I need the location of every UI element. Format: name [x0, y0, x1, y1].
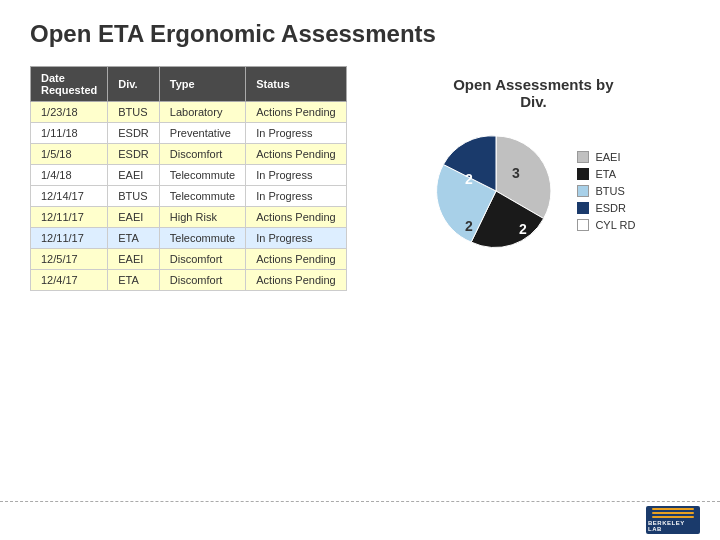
cell-status: Actions Pending [246, 102, 347, 123]
cell-date: 12/4/17 [31, 270, 108, 291]
logo-area: BERKELEY LAB [646, 506, 700, 534]
table-header-row: DateRequested Div. Type Status [31, 67, 347, 102]
legend-color-btus [577, 185, 589, 197]
cell-type: Telecommute [159, 165, 245, 186]
svg-text:2: 2 [465, 218, 473, 234]
content-area: DateRequested Div. Type Status 1/23/18 B… [30, 66, 690, 291]
svg-text:3: 3 [512, 165, 520, 181]
cell-div: EAEI [108, 165, 160, 186]
legend-btus: BTUS [577, 185, 635, 197]
cell-type: High Risk [159, 207, 245, 228]
cell-div: ETA [108, 270, 160, 291]
logo-lines [648, 508, 698, 518]
page: Open ETA Ergonomic Assessments DateReque… [0, 0, 720, 540]
table-row: 12/11/17 EAEI High Risk Actions Pending [31, 207, 347, 228]
svg-text:2: 2 [465, 171, 473, 187]
table-row: 1/5/18 ESDR Discomfort Actions Pending [31, 144, 347, 165]
cell-type: Discomfort [159, 270, 245, 291]
cell-div: ESDR [108, 144, 160, 165]
pie-chart: 3 2 2 2 [431, 126, 561, 256]
table-section: DateRequested Div. Type Status 1/23/18 B… [30, 66, 347, 291]
table-row: 12/11/17 ETA Telecommute In Progress [31, 228, 347, 249]
cell-div: EAEI [108, 249, 160, 270]
cell-date: 1/11/18 [31, 123, 108, 144]
table-row: 12/14/17 BTUS Telecommute In Progress [31, 186, 347, 207]
cell-status: In Progress [246, 186, 347, 207]
cell-type: Discomfort [159, 249, 245, 270]
page-title: Open ETA Ergonomic Assessments [30, 20, 690, 48]
chart-container: 3 2 2 2 EAEI ETA [431, 126, 635, 256]
legend-color-cylrd [577, 219, 589, 231]
chart-legend: EAEI ETA BTUS ESDR [577, 151, 635, 231]
legend-color-eta [577, 168, 589, 180]
cell-type: Preventative [159, 123, 245, 144]
logo-line-1 [652, 508, 694, 510]
cell-date: 1/5/18 [31, 144, 108, 165]
berkeley-lab-logo: BERKELEY LAB [646, 506, 700, 534]
legend-cylrd: CYL RD [577, 219, 635, 231]
cell-div: ESDR [108, 123, 160, 144]
cell-status: Actions Pending [246, 144, 347, 165]
cell-status: Actions Pending [246, 270, 347, 291]
cell-status: In Progress [246, 165, 347, 186]
cell-div: BTUS [108, 102, 160, 123]
legend-color-eaei [577, 151, 589, 163]
legend-eaei: EAEI [577, 151, 635, 163]
legend-label-eaei: EAEI [595, 151, 620, 163]
legend-label-cylrd: CYL RD [595, 219, 635, 231]
table-row: 12/4/17 ETA Discomfort Actions Pending [31, 270, 347, 291]
logo-text: BERKELEY LAB [648, 520, 698, 532]
cell-status: In Progress [246, 228, 347, 249]
cell-date: 12/11/17 [31, 228, 108, 249]
legend-esdr: ESDR [577, 202, 635, 214]
cell-status: Actions Pending [246, 249, 347, 270]
cell-date: 1/4/18 [31, 165, 108, 186]
logo-line-2 [652, 512, 694, 514]
legend-label-btus: BTUS [595, 185, 624, 197]
assessments-table: DateRequested Div. Type Status 1/23/18 B… [30, 66, 347, 291]
table-row: 1/11/18 ESDR Preventative In Progress [31, 123, 347, 144]
logo-line-3 [652, 516, 694, 518]
legend-label-esdr: ESDR [595, 202, 626, 214]
cell-div: EAEI [108, 207, 160, 228]
cell-div: ETA [108, 228, 160, 249]
cell-date: 12/11/17 [31, 207, 108, 228]
table-row: 12/5/17 EAEI Discomfort Actions Pending [31, 249, 347, 270]
table-row: 1/23/18 BTUS Laboratory Actions Pending [31, 102, 347, 123]
cell-div: BTUS [108, 186, 160, 207]
svg-text:2: 2 [519, 221, 527, 237]
cell-type: Laboratory [159, 102, 245, 123]
col-header-type: Type [159, 67, 245, 102]
col-header-div: Div. [108, 67, 160, 102]
legend-label-eta: ETA [595, 168, 616, 180]
cell-type: Discomfort [159, 144, 245, 165]
col-header-status: Status [246, 67, 347, 102]
col-header-date: DateRequested [31, 67, 108, 102]
cell-date: 12/14/17 [31, 186, 108, 207]
cell-type: Telecommute [159, 228, 245, 249]
cell-status: In Progress [246, 123, 347, 144]
cell-type: Telecommute [159, 186, 245, 207]
cell-date: 1/23/18 [31, 102, 108, 123]
table-row: 1/4/18 EAEI Telecommute In Progress [31, 165, 347, 186]
legend-color-esdr [577, 202, 589, 214]
legend-eta: ETA [577, 168, 635, 180]
cell-date: 12/5/17 [31, 249, 108, 270]
chart-title: Open Assessments by Div. [453, 76, 613, 110]
bottom-divider [0, 501, 720, 502]
chart-section: Open Assessments by Div. [377, 66, 690, 256]
cell-status: Actions Pending [246, 207, 347, 228]
